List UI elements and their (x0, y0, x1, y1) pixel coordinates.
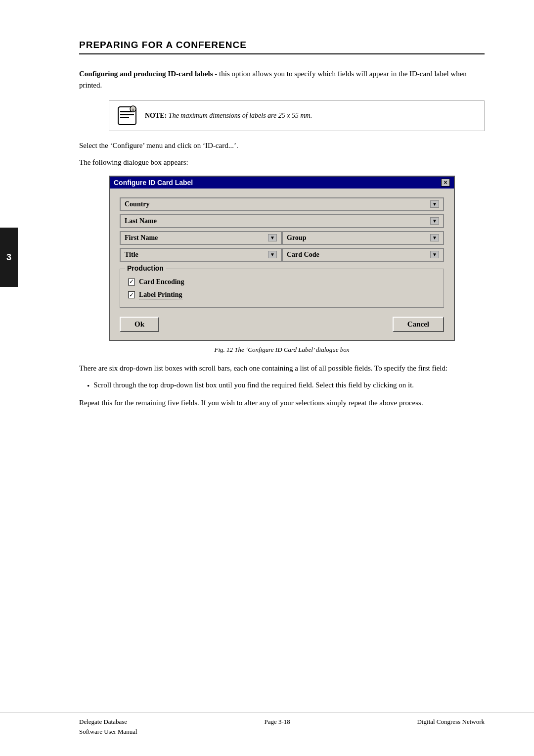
instruction-line: Select the ‘Configure’ menu and click on… (79, 140, 485, 151)
card-encoding-label: Card Encoding (139, 278, 184, 286)
dialog-close-button[interactable]: × (441, 179, 450, 187)
last-name-dropdown[interactable]: Last Name ▼ (120, 214, 444, 228)
intro-paragraph: Configuring and producing ID-card labels… (79, 68, 485, 92)
first-name-arrow-icon: ▼ (268, 234, 277, 241)
title-dropdown[interactable]: Title ▼ (120, 248, 282, 262)
footer-left-line2: Software User Manual (79, 727, 137, 737)
dialog-title: Configure ID Card Label (114, 179, 193, 187)
first-name-label: First Name (125, 234, 158, 242)
follows-text: The following dialogue box appears: (79, 158, 485, 167)
section-heading: PREPARING FOR A CONFERENCE (79, 40, 485, 54)
fig-caption: Fig. 12 The ‘Configure ID Card Label’ di… (109, 346, 455, 354)
svg-rect-2 (120, 114, 134, 115)
note-text: NOTE: The maximum dimensions of labels a… (145, 112, 312, 120)
card-encoding-row: ✓ Card Encoding (128, 278, 436, 286)
production-legend: Production (125, 264, 166, 272)
note-box: i NOTE: The maximum dimensions of labels… (109, 100, 485, 131)
country-arrow-icon: ▼ (430, 200, 439, 208)
intro-bold: Configuring and producing ID-card labels (79, 70, 213, 78)
title-label: Title (125, 251, 138, 259)
country-dropdown-row: Country ▼ (120, 197, 444, 211)
note-content: The maximum dimensions of labels are 25 … (167, 112, 312, 119)
group-arrow-icon: ▼ (430, 234, 439, 241)
footer-right: Digital Congress Network (417, 717, 485, 736)
page-container: 3 PREPARING FOR A CONFERENCE Configuring… (0, 0, 534, 756)
footer-left-line1: Delegate Database (79, 717, 137, 727)
label-printing-row: ✓ Label Printing (128, 291, 436, 299)
country-dropdown[interactable]: Country ▼ (120, 197, 444, 211)
last-name-dropdown-row: Last Name ▼ (120, 214, 444, 228)
title-arrow-icon: ▼ (268, 251, 277, 258)
side-tab-number: 3 (6, 252, 11, 263)
label-printing-label: Label Printing (139, 291, 182, 299)
bullet-dot-icon: • (87, 382, 89, 390)
card-code-label: Card Code (287, 251, 319, 259)
card-code-dropdown[interactable]: Card Code ▼ (282, 248, 444, 262)
page-footer: Delegate Database Software User Manual P… (0, 712, 534, 736)
first-name-dropdown[interactable]: First Name ▼ (120, 231, 282, 245)
para2: Repeat this for the remaining five field… (79, 397, 485, 409)
bullet-text: Scroll through the top drop-down list bo… (93, 381, 414, 390)
footer-center: Page 3-18 (264, 717, 290, 736)
main-content: PREPARING FOR A CONFERENCE Configuring a… (79, 40, 485, 409)
side-tab: 3 (0, 228, 18, 287)
footer-left: Delegate Database Software User Manual (79, 717, 137, 736)
group-label: Group (287, 234, 306, 242)
dialog-titlebar: Configure ID Card Label × (110, 177, 454, 189)
country-label: Country (125, 200, 150, 208)
bullet-item: • Scroll through the top drop-down list … (87, 381, 485, 390)
dialog-body: Country ▼ Last Name ▼ First Name ▼ (110, 189, 454, 340)
note-label: NOTE: (145, 112, 167, 119)
label-printing-checkbox[interactable]: ✓ (128, 291, 135, 298)
para1: There are six drop-down list boxes with … (79, 363, 485, 374)
cancel-button[interactable]: Cancel (393, 317, 444, 332)
first-name-group-row: First Name ▼ Group ▼ (120, 231, 444, 245)
last-name-arrow-icon: ▼ (430, 217, 439, 225)
note-icon: i (116, 105, 138, 127)
group-dropdown[interactable]: Group ▼ (282, 231, 444, 245)
configure-id-card-dialog: Configure ID Card Label × Country ▼ Last… (109, 176, 455, 341)
last-name-label: Last Name (125, 217, 157, 225)
card-encoding-checkbox[interactable]: ✓ (128, 279, 135, 285)
svg-rect-3 (120, 117, 129, 118)
production-group-box: Production ✓ Card Encoding ✓ Label Print… (120, 269, 444, 308)
card-code-arrow-icon: ▼ (430, 251, 439, 258)
title-cardcode-row: Title ▼ Card Code ▼ (120, 248, 444, 262)
dialog-buttons: Ok Cancel (120, 317, 444, 332)
ok-button[interactable]: Ok (120, 317, 159, 332)
